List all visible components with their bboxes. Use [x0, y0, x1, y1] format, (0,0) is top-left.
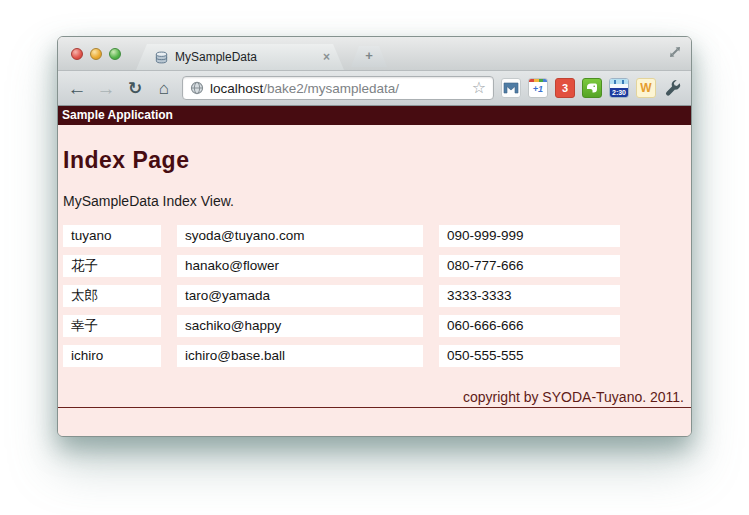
- data-table: tuyano syoda@tuyano.com 090-999-999 花子 h…: [63, 225, 685, 367]
- plusone-extension-icon[interactable]: +1: [528, 78, 548, 98]
- new-tab-button[interactable]: +: [351, 46, 387, 67]
- address-bar[interactable]: localhost/bake2/mysampledata/ ☆: [182, 76, 494, 100]
- globe-icon: [190, 81, 204, 95]
- url-path: /bake2/mysampledata/: [263, 81, 399, 96]
- back-button[interactable]: ←: [66, 79, 88, 98]
- mail-extension-icon[interactable]: [501, 78, 521, 98]
- table-row: tuyano syoda@tuyano.com 090-999-999: [63, 225, 685, 247]
- page-title: Index Page: [63, 147, 685, 173]
- copyright-footer: copyright by SYODA-Tuyano. 2011.: [58, 389, 691, 408]
- cell-mail: ichiro@base.ball: [177, 345, 423, 367]
- cell-mail: syoda@tuyano.com: [177, 225, 423, 247]
- url-host: localhost: [210, 81, 263, 96]
- title-bar: MySampleData × +: [58, 37, 691, 71]
- cell-name: 太郎: [63, 285, 161, 307]
- cell-name: 花子: [63, 255, 161, 277]
- database-favicon-icon: [154, 50, 169, 65]
- tab-close-icon[interactable]: ×: [323, 51, 330, 63]
- expand-arrows-icon[interactable]: [667, 44, 683, 60]
- cell-name: tuyano: [63, 225, 161, 247]
- w-extension-icon[interactable]: W: [636, 78, 656, 98]
- wrench-menu-button[interactable]: [663, 78, 683, 98]
- cell-tel: 060-666-666: [439, 315, 620, 337]
- cell-tel: 050-555-555: [439, 345, 620, 367]
- close-window-button[interactable]: [71, 48, 83, 60]
- cell-mail: hanako@flower: [177, 255, 423, 277]
- page-subtitle: MySampleData Index View.: [63, 193, 685, 209]
- counter-badge-icon[interactable]: 3: [555, 78, 575, 98]
- cell-tel: 3333-3333: [439, 285, 620, 307]
- web-page: Sample Application Index Page MySampleDa…: [58, 106, 691, 437]
- page-content: Index Page MySampleData Index View. tuya…: [58, 147, 691, 408]
- browser-tab[interactable]: MySampleData ×: [136, 44, 344, 70]
- cell-tel: 080-777-666: [439, 255, 620, 277]
- bookmark-star-icon[interactable]: ☆: [472, 80, 486, 96]
- forward-button[interactable]: →: [95, 79, 117, 98]
- minimize-window-button[interactable]: [90, 48, 102, 60]
- tab-title: MySampleData: [175, 50, 317, 64]
- browser-toolbar: ← → ↻ ⌂ localhost/bake2/mysampledata/ ☆ …: [58, 71, 691, 106]
- cell-name: ichiro: [63, 345, 161, 367]
- table-row: 太郎 taro@yamada 3333-3333: [63, 285, 685, 307]
- envelope-m-icon: [503, 82, 519, 94]
- wrench-icon: [664, 79, 682, 97]
- cell-tel: 090-999-999: [439, 225, 620, 247]
- plusone-label: +1: [533, 82, 543, 97]
- cell-mail: taro@yamada: [177, 285, 423, 307]
- table-row: 花子 hanako@flower 080-777-666: [63, 255, 685, 277]
- app-title-bar: Sample Application: [58, 106, 691, 125]
- zoom-window-button[interactable]: [109, 48, 121, 60]
- calendar-extension-icon[interactable]: 2:30: [609, 78, 629, 98]
- url-text: localhost/bake2/mysampledata/: [210, 81, 466, 96]
- calendar-time-label: 2:30: [610, 88, 628, 97]
- reload-button[interactable]: ↻: [124, 80, 146, 97]
- elephant-icon: [585, 81, 599, 95]
- browser-window: MySampleData × + ← → ↻ ⌂ localhost/bake2…: [57, 36, 692, 437]
- cell-name: 幸子: [63, 315, 161, 337]
- table-row: ichiro ichiro@base.ball 050-555-555: [63, 345, 685, 367]
- cell-mail: sachiko@happy: [177, 315, 423, 337]
- evernote-extension-icon[interactable]: [582, 78, 602, 98]
- traffic-lights: [71, 48, 121, 60]
- table-row: 幸子 sachiko@happy 060-666-666: [63, 315, 685, 337]
- home-button[interactable]: ⌂: [153, 80, 175, 97]
- calendar-hangers: [610, 79, 628, 84]
